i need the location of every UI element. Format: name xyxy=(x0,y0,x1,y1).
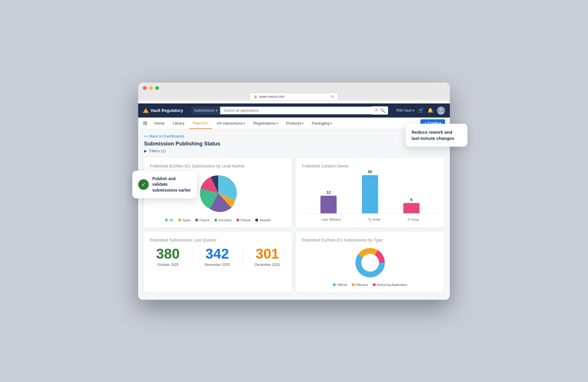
rim-vault-dropdown[interactable]: RIM Vault ▾ xyxy=(396,108,415,113)
page-title: Submission Publishing Status xyxy=(144,141,444,147)
bar-ty: 50 xyxy=(362,170,378,213)
bar-ty-bar xyxy=(362,175,378,213)
svg-marker-0 xyxy=(143,108,149,113)
stat-october: 380 October 2025 xyxy=(156,247,180,267)
callout-right: Reduce rework and last-minute changes xyxy=(406,124,467,147)
nav-registrations[interactable]: Registrations ▾ xyxy=(250,117,281,129)
packaging-arrow: ▾ xyxy=(330,122,332,125)
stat-label-november: November 2025 xyxy=(205,263,230,267)
back-link[interactable]: << Back to Dashboards xyxy=(144,134,444,138)
legend-spain: Spain xyxy=(178,218,191,222)
card-quarter: Published Submissions Last Quarter 380 O… xyxy=(144,232,292,292)
bar-luke: 12 xyxy=(320,190,337,213)
legend-sweden: Sweden xyxy=(255,218,271,222)
bars-container: 12 50 6 xyxy=(302,172,438,214)
nav-library[interactable]: Library xyxy=(169,117,188,129)
rim-vault-label: RIM Vault xyxy=(396,108,412,113)
submissions-dropdown[interactable]: Submissions ▾ xyxy=(191,107,220,114)
donut-container: Official Effecacy Authoring Application xyxy=(302,247,438,286)
bell-icon[interactable]: 🔔 xyxy=(427,108,433,113)
card-type-title: Published EU/Non-EU Submissions by Type xyxy=(302,238,438,242)
minimize-button[interactable] xyxy=(149,86,153,90)
legend-germany-dot xyxy=(214,219,217,222)
svg-point-1 xyxy=(439,108,443,111)
stat-label-october: October 2025 xyxy=(157,263,179,267)
nav-products[interactable]: Products ▾ xyxy=(283,117,307,129)
legend-authoring-dot xyxy=(373,283,376,286)
stat-december: 301 December 2025 xyxy=(255,247,280,267)
close-button[interactable] xyxy=(143,86,147,90)
reg-arrow: ▾ xyxy=(276,122,278,125)
grid-icon[interactable]: ⊞ xyxy=(143,120,147,126)
stat-number-december: 301 xyxy=(255,247,279,261)
products-arrow: ▾ xyxy=(302,122,303,125)
legend-poland: Poland xyxy=(236,218,250,222)
pie-chart xyxy=(198,172,239,214)
stat-number-november: 342 xyxy=(206,247,229,261)
callout-left: ✓ Publish and validate submissions earli… xyxy=(132,171,197,199)
callout-left-text: Publish and validate submissions earlier xyxy=(152,176,191,193)
card-type: Published EU/Non-EU Submissions by Type xyxy=(296,232,444,292)
reports-arrow: ▾ xyxy=(207,121,208,125)
bar-label-luke: Luke Williams xyxy=(321,218,341,221)
bar-label-ty: Ty Smith xyxy=(368,218,381,221)
stat-divider-1 xyxy=(192,247,192,267)
lock-icon: 🔒 xyxy=(254,95,257,98)
bar-xi: 6 xyxy=(403,197,420,213)
eye-icon[interactable]: 👁 xyxy=(375,108,378,113)
nav-packaging[interactable]: Packaging ▾ xyxy=(308,117,335,129)
page-content: << Back to Dashboards Submission Publish… xyxy=(138,129,450,300)
ha-arrow: ▾ xyxy=(243,122,245,125)
maximize-button[interactable] xyxy=(155,86,159,90)
stat-number-october: 380 xyxy=(156,247,180,261)
card-owner-title: Published Content Owner xyxy=(302,164,438,168)
nav-home[interactable]: Home xyxy=(151,117,168,129)
filters-label: Filters (1) xyxy=(149,149,166,153)
bar-label-xi: Xi Sung xyxy=(407,218,419,221)
bar-xi-bar xyxy=(403,203,420,213)
browser-controls xyxy=(143,86,445,90)
bar-chart-area: 12 50 6 xyxy=(302,172,438,221)
logo-v-icon xyxy=(143,108,149,113)
legend-official: Official xyxy=(333,283,347,286)
pie-legend: UK Spain France xyxy=(165,218,271,222)
card-content-owner: Published Content Owner 12 50 xyxy=(296,158,444,228)
legend-sweden-dot xyxy=(255,219,258,222)
stat-divider-2 xyxy=(242,247,243,267)
refresh-icon[interactable]: ↻ xyxy=(331,94,334,99)
sub-nav: ⊞ Home Library Reports ▾ HA Interactions… xyxy=(138,118,450,129)
avatar[interactable] xyxy=(437,106,445,115)
svg-point-2 xyxy=(438,112,444,115)
check-icon: ✓ xyxy=(138,179,149,190)
url-text: www.veeva.com xyxy=(259,95,285,99)
stats-row: 380 October 2025 342 November 2025 301 xyxy=(150,247,286,267)
card-eu-title: Published EU/Non-EU Submissions by Lead … xyxy=(150,164,286,168)
nav-bar: Vault Regulatory Submissions ▾ 👁 🔍 xyxy=(138,103,450,118)
nav-ha-interactions[interactable]: HA Interactions ▾ xyxy=(213,117,248,129)
browser-chrome: 🔒 www.veeva.com ↻ xyxy=(138,83,450,100)
search-area: Submissions ▾ 👁 🔍 xyxy=(191,106,388,115)
legend-france-dot xyxy=(195,219,198,222)
cart-icon[interactable]: 🛒 xyxy=(418,108,424,113)
legend-effecacy: Effecacy xyxy=(352,283,368,286)
card-quarter-title: Published Submissions Last Quarter xyxy=(150,238,286,242)
svg-point-6 xyxy=(361,254,379,272)
address-bar[interactable]: 🔒 www.veeva.com ↻ xyxy=(250,93,338,100)
logo: Vault Regulatory xyxy=(143,108,183,113)
filter-arrow: ▶ xyxy=(144,149,147,153)
legend-poland-dot xyxy=(236,219,239,222)
callout-right-text: Reduce rework and last-minute changes xyxy=(412,130,454,141)
rim-vault-arrow: ▾ xyxy=(413,108,415,113)
filters-bar[interactable]: ▶ Filters (1) xyxy=(144,149,444,153)
bar-luke-bar xyxy=(320,196,337,213)
nav-right: RIM Vault ▾ 🛒 🔔 xyxy=(396,106,445,115)
dropdown-label: Submissions xyxy=(194,108,214,113)
search-input[interactable] xyxy=(220,107,372,114)
search-icon[interactable]: 🔍 xyxy=(380,108,385,113)
legend-effecacy-dot xyxy=(352,283,355,286)
nav-reports[interactable]: Reports ▾ xyxy=(189,117,212,129)
stat-november: 342 November 2025 xyxy=(205,247,230,267)
legend-uk: UK xyxy=(165,218,173,222)
legend-germany: Germany xyxy=(214,218,232,222)
legend-authoring: Authoring Application xyxy=(373,283,407,286)
